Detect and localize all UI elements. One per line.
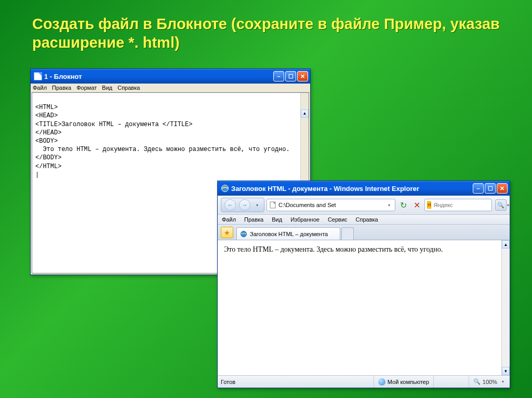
menu-file[interactable]: Файл <box>33 85 47 91</box>
nav-buttons: ← → ▾ <box>221 198 264 212</box>
code-line: Это тело HTML – документа. Здесь можно р… <box>35 146 290 153</box>
search-go-button[interactable]: 🔍 <box>495 199 507 211</box>
zoom-level: 100% <box>483 379 497 385</box>
ie-window: Заголовок HTML - документа - Windows Int… <box>217 181 510 388</box>
notepad-menubar: Файл Правка Формат Вид Справка <box>31 84 310 92</box>
code-line: </HTML> <box>35 163 61 170</box>
active-tab[interactable]: Заголовок HTML – документа <box>236 227 340 240</box>
zoom-icon: 🔍 <box>473 378 481 385</box>
search-provider-dropdown[interactable]: ▾ <box>507 203 509 208</box>
menu-format[interactable]: Формат <box>76 85 97 91</box>
maximize-button[interactable]: ☐ <box>485 183 496 194</box>
yandex-icon: Я <box>427 201 431 209</box>
address-input[interactable] <box>278 202 383 208</box>
menu-favorites[interactable]: Избранное <box>290 216 320 223</box>
code-line: <HEAD> <box>35 112 58 119</box>
menu-tools[interactable]: Сервис <box>328 216 348 223</box>
slide-title: Создать файл в Блокноте (сохраните в фай… <box>32 15 501 52</box>
my-computer-icon <box>378 378 385 386</box>
notepad-title: 1 - Блокнот <box>44 73 273 80</box>
code-line: </BODY> <box>35 154 61 161</box>
tab-label: Заголовок HTML – документа <box>250 231 328 237</box>
menu-help[interactable]: Справка <box>356 216 378 223</box>
minimize-button[interactable]: – <box>473 183 484 194</box>
ie-menubar: Файл Правка Вид Избранное Сервис Справка <box>218 215 510 225</box>
code-line: <TITLE>Заголовок HTML – документа </TITL… <box>35 121 192 128</box>
menu-file[interactable]: Файл <box>222 216 236 223</box>
menu-view[interactable]: Вид <box>102 85 112 91</box>
zoom-control[interactable]: 🔍 100% ▾ <box>469 376 507 388</box>
ie-icon <box>221 184 229 193</box>
ie-page-content: Это тело HTML – документа. Здесь можно р… <box>218 240 510 375</box>
menu-view[interactable]: Вид <box>272 216 282 223</box>
ie-tab-bar: ★ Заголовок HTML – документа <box>218 225 510 240</box>
page-icon <box>269 201 276 209</box>
scrollbar-vertical[interactable]: ▲ ▼ <box>501 240 510 375</box>
menu-help[interactable]: Справка <box>117 85 140 91</box>
code-line: <HTML> <box>35 104 58 111</box>
protected-mode-segment <box>433 376 464 388</box>
favorites-star-button[interactable]: ★ <box>221 227 233 238</box>
code-line: <BODY> <box>35 138 58 145</box>
minimize-button[interactable]: – <box>273 71 284 81</box>
back-button[interactable]: ← <box>224 199 236 211</box>
ie-titlebar[interactable]: Заголовок HTML - документа - Windows Int… <box>218 181 510 196</box>
maximize-button[interactable]: ☐ <box>285 71 296 81</box>
zoom-dropdown-icon[interactable]: ▾ <box>499 379 507 384</box>
notepad-icon <box>34 72 42 80</box>
search-box[interactable]: Я ▾ <box>424 199 492 211</box>
address-bar[interactable]: ▾ <box>267 199 395 211</box>
menu-edit[interactable]: Правка <box>244 216 263 223</box>
ie-statusbar: Готов Мой компьютер 🔍 100% ▾ <box>218 375 510 388</box>
nav-history-dropdown[interactable]: ▾ <box>254 203 261 208</box>
search-input[interactable] <box>433 202 505 208</box>
close-button[interactable]: ✕ <box>497 183 508 194</box>
status-ready-text: Готов <box>221 379 235 385</box>
menu-edit[interactable]: Правка <box>52 85 71 91</box>
zone-label: Мой компьютер <box>388 379 429 385</box>
scroll-up-icon[interactable]: ▲ <box>301 109 309 118</box>
ie-page-icon <box>240 230 247 238</box>
page-body-text: Это тело HTML – документа. Здесь можно р… <box>224 245 443 253</box>
ie-title: Заголовок HTML - документа - Windows Int… <box>231 185 473 193</box>
close-button[interactable]: ✕ <box>297 71 308 81</box>
scroll-down-icon[interactable]: ▼ <box>502 367 510 375</box>
scroll-up-icon[interactable]: ▲ <box>502 240 510 249</box>
code-line: </HEAD> <box>35 129 61 136</box>
notepad-titlebar[interactable]: 1 - Блокнот – ☐ ✕ <box>31 69 310 84</box>
new-tab-button[interactable] <box>341 227 354 240</box>
refresh-button[interactable]: ↻ <box>397 199 409 211</box>
ie-nav-toolbar: ← → ▾ ▾ ↻ ✕ Я ▾ 🔍 <box>218 196 510 215</box>
forward-button[interactable]: → <box>239 199 250 211</box>
stop-button[interactable]: ✕ <box>411 199 422 211</box>
security-zone[interactable]: Мой компьютер <box>374 376 429 388</box>
address-dropdown-icon[interactable]: ▾ <box>385 203 393 208</box>
